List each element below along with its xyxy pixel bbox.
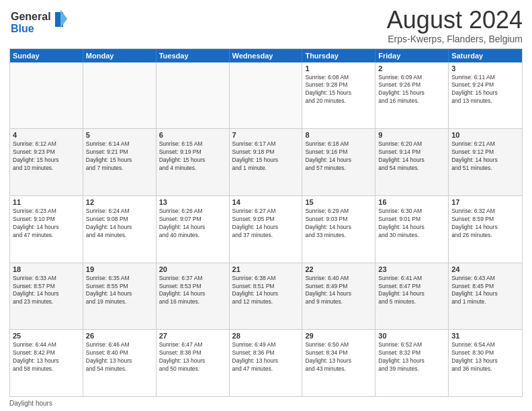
day-number: 9 <box>378 131 445 139</box>
calendar-cell: 13Sunrise: 6:26 AM Sunset: 9:07 PM Dayli… <box>157 196 230 263</box>
day-number: 6 <box>159 131 226 139</box>
day-number: 2 <box>378 64 445 73</box>
header: General Blue August 2024 Erps-Kwerps, Fl… <box>9 7 523 44</box>
day-info: Sunrise: 6:26 AM Sunset: 9:07 PM Dayligh… <box>159 208 226 240</box>
calendar-cell: 22Sunrise: 6:40 AM Sunset: 8:49 PM Dayli… <box>302 263 375 330</box>
day-info: Sunrise: 6:12 AM Sunset: 9:23 PM Dayligh… <box>13 140 80 173</box>
day-info: Sunrise: 6:20 AM Sunset: 9:14 PM Dayligh… <box>378 140 445 173</box>
day-number: 20 <box>159 265 226 273</box>
calendar-cell: 21Sunrise: 6:38 AM Sunset: 8:51 PM Dayli… <box>230 263 303 330</box>
day-number: 29 <box>305 332 372 340</box>
calendar-cell: 24Sunrise: 6:43 AM Sunset: 8:45 PM Dayli… <box>449 263 522 330</box>
day-number: 11 <box>13 198 80 206</box>
day-info: Sunrise: 6:46 AM Sunset: 8:40 PM Dayligh… <box>86 341 153 373</box>
day-number: 30 <box>378 332 445 340</box>
day-number: 15 <box>305 198 372 206</box>
day-info: Sunrise: 6:47 AM Sunset: 8:38 PM Dayligh… <box>159 341 226 373</box>
day-number: 28 <box>232 332 300 340</box>
calendar-row: 4Sunrise: 6:12 AM Sunset: 9:23 PM Daylig… <box>10 128 522 195</box>
title-area: August 2024 Erps-Kwerps, Flanders, Belgi… <box>387 7 523 44</box>
day-number: 12 <box>86 198 153 206</box>
calendar-cell <box>230 62 303 129</box>
day-info: Sunrise: 6:30 AM Sunset: 9:01 PM Dayligh… <box>378 208 445 240</box>
subtitle: Erps-Kwerps, Flanders, Belgium <box>387 34 523 44</box>
day-info: Sunrise: 6:41 AM Sunset: 8:47 PM Dayligh… <box>378 275 445 307</box>
calendar-cell: 14Sunrise: 6:27 AM Sunset: 9:05 PM Dayli… <box>230 196 303 263</box>
calendar-header-cell: Thursday <box>302 49 375 62</box>
calendar-cell: 2Sunrise: 6:09 AM Sunset: 9:26 PM Daylig… <box>375 62 449 129</box>
calendar-row: 1Sunrise: 6:08 AM Sunset: 9:28 PM Daylig… <box>10 62 522 129</box>
day-number: 21 <box>232 265 300 273</box>
day-number: 10 <box>451 131 519 139</box>
calendar-cell: 25Sunrise: 6:44 AM Sunset: 8:42 PM Dayli… <box>10 330 83 396</box>
day-info: Sunrise: 6:23 AM Sunset: 9:10 PM Dayligh… <box>13 208 80 240</box>
calendar-cell: 3Sunrise: 6:11 AM Sunset: 9:24 PM Daylig… <box>449 62 522 129</box>
day-info: Sunrise: 6:54 AM Sunset: 8:30 PM Dayligh… <box>451 341 519 373</box>
day-info: Sunrise: 6:09 AM Sunset: 9:26 PM Dayligh… <box>378 74 445 106</box>
day-info: Sunrise: 6:40 AM Sunset: 8:49 PM Dayligh… <box>305 275 372 307</box>
logo: General Blue <box>9 7 70 37</box>
calendar-cell: 15Sunrise: 6:29 AM Sunset: 9:03 PM Dayli… <box>302 196 375 263</box>
day-number: 17 <box>451 198 519 206</box>
footer: Daylight hours <box>9 400 523 407</box>
day-number: 31 <box>451 332 519 340</box>
day-number: 24 <box>451 265 519 273</box>
svg-text:General: General <box>11 11 51 22</box>
calendar-header-cell: Monday <box>83 49 157 62</box>
calendar-cell: 9Sunrise: 6:20 AM Sunset: 9:14 PM Daylig… <box>375 129 449 195</box>
calendar-cell: 26Sunrise: 6:46 AM Sunset: 8:40 PM Dayli… <box>83 330 157 396</box>
day-info: Sunrise: 6:08 AM Sunset: 9:28 PM Dayligh… <box>305 74 372 106</box>
calendar-cell <box>157 62 230 129</box>
day-number: 1 <box>305 64 372 73</box>
day-number: 18 <box>13 265 80 273</box>
calendar-cell: 30Sunrise: 6:52 AM Sunset: 8:32 PM Dayli… <box>375 330 449 396</box>
day-info: Sunrise: 6:17 AM Sunset: 9:18 PM Dayligh… <box>232 140 300 173</box>
logo-area: General Blue <box>9 7 70 37</box>
calendar-cell: 1Sunrise: 6:08 AM Sunset: 9:28 PM Daylig… <box>302 62 375 129</box>
calendar-cell <box>10 62 83 129</box>
day-number: 16 <box>378 198 445 206</box>
calendar-cell: 23Sunrise: 6:41 AM Sunset: 8:47 PM Dayli… <box>375 263 449 330</box>
day-info: Sunrise: 6:21 AM Sunset: 9:12 PM Dayligh… <box>451 140 519 173</box>
svg-text:Blue: Blue <box>11 23 34 34</box>
day-info: Sunrise: 6:29 AM Sunset: 9:03 PM Dayligh… <box>305 208 372 240</box>
day-info: Sunrise: 6:52 AM Sunset: 8:32 PM Dayligh… <box>378 341 445 373</box>
calendar-cell: 27Sunrise: 6:47 AM Sunset: 8:38 PM Dayli… <box>157 330 230 396</box>
calendar-cell: 28Sunrise: 6:49 AM Sunset: 8:36 PM Dayli… <box>230 330 303 396</box>
calendar-cell <box>83 62 157 129</box>
calendar-cell: 16Sunrise: 6:30 AM Sunset: 9:01 PM Dayli… <box>375 196 449 263</box>
calendar-cell: 8Sunrise: 6:18 AM Sunset: 9:16 PM Daylig… <box>302 129 375 195</box>
day-info: Sunrise: 6:44 AM Sunset: 8:42 PM Dayligh… <box>13 341 80 373</box>
day-number: 25 <box>13 332 80 340</box>
day-number: 13 <box>159 198 226 206</box>
day-info: Sunrise: 6:50 AM Sunset: 8:34 PM Dayligh… <box>305 341 372 373</box>
day-info: Sunrise: 6:49 AM Sunset: 8:36 PM Dayligh… <box>232 341 300 373</box>
day-info: Sunrise: 6:33 AM Sunset: 8:57 PM Dayligh… <box>13 275 80 307</box>
calendar-body: 1Sunrise: 6:08 AM Sunset: 9:28 PM Daylig… <box>10 62 522 396</box>
day-number: 7 <box>232 131 300 139</box>
day-info: Sunrise: 6:27 AM Sunset: 9:05 PM Dayligh… <box>232 208 300 240</box>
calendar-header-cell: Sunday <box>10 49 83 62</box>
calendar-cell: 7Sunrise: 6:17 AM Sunset: 9:18 PM Daylig… <box>230 129 303 195</box>
logo-svg: General Blue <box>9 7 70 37</box>
calendar-row: 25Sunrise: 6:44 AM Sunset: 8:42 PM Dayli… <box>10 329 522 396</box>
calendar-cell: 19Sunrise: 6:35 AM Sunset: 8:55 PM Dayli… <box>83 263 157 330</box>
day-number: 5 <box>86 131 153 139</box>
day-info: Sunrise: 6:11 AM Sunset: 9:24 PM Dayligh… <box>451 74 519 106</box>
day-info: Sunrise: 6:37 AM Sunset: 8:53 PM Dayligh… <box>159 275 226 307</box>
day-number: 14 <box>232 198 300 206</box>
day-number: 23 <box>378 265 445 273</box>
day-info: Sunrise: 6:35 AM Sunset: 8:55 PM Dayligh… <box>86 275 153 307</box>
day-number: 8 <box>305 131 372 139</box>
calendar-cell: 12Sunrise: 6:24 AM Sunset: 9:08 PM Dayli… <box>83 196 157 263</box>
day-number: 26 <box>86 332 153 340</box>
day-info: Sunrise: 6:24 AM Sunset: 9:08 PM Dayligh… <box>86 208 153 240</box>
calendar-cell: 10Sunrise: 6:21 AM Sunset: 9:12 PM Dayli… <box>449 129 522 195</box>
calendar-cell: 11Sunrise: 6:23 AM Sunset: 9:10 PM Dayli… <box>10 196 83 263</box>
calendar-header-cell: Wednesday <box>230 49 303 62</box>
day-number: 22 <box>305 265 372 273</box>
day-info: Sunrise: 6:43 AM Sunset: 8:45 PM Dayligh… <box>451 275 519 307</box>
calendar-row: 18Sunrise: 6:33 AM Sunset: 8:57 PM Dayli… <box>10 263 522 330</box>
calendar-cell: 20Sunrise: 6:37 AM Sunset: 8:53 PM Dayli… <box>157 263 230 330</box>
main-title: August 2024 <box>387 7 523 34</box>
